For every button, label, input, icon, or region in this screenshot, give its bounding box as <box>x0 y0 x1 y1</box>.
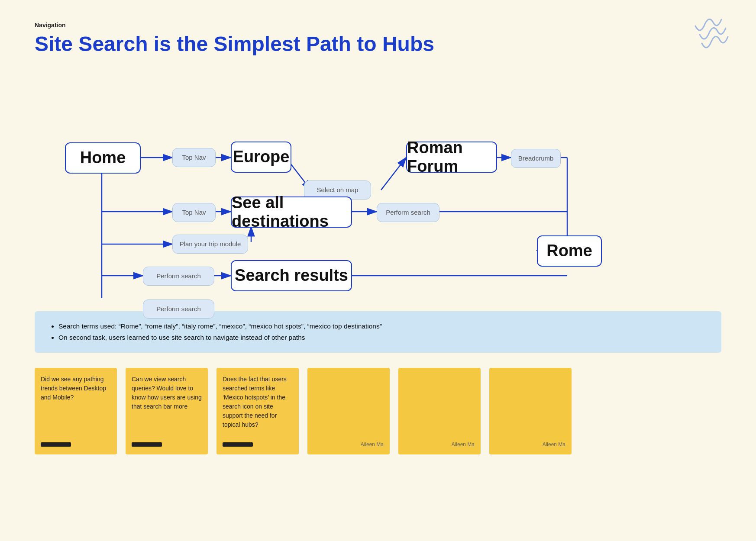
home-node: Home <box>65 142 141 174</box>
perform-search-3-node: Perform search <box>143 299 214 319</box>
see-all-node: See all destinations <box>231 196 352 228</box>
page-title: Site Search is the Simplest Path to Hubs <box>35 33 721 56</box>
sticky-note-3: Aileen Ma <box>307 368 390 454</box>
sticky-note-4: Aileen Ma <box>398 368 481 454</box>
sticky-note-1: Can we view search queries? Would love t… <box>126 368 208 454</box>
perform-search-1-node: Perform search <box>377 203 439 222</box>
search-results-node: Search results <box>231 260 352 291</box>
plan-trip-node: Plan your trip module <box>172 235 248 254</box>
europe-node: Europe <box>231 142 291 173</box>
top-nav-2-node: Top Nav <box>172 203 216 222</box>
nav-label: Navigation <box>35 22 721 29</box>
perform-search-2-node: Perform search <box>143 267 214 286</box>
info-bullet-1: Search terms used: “Rome”, “rome italy”,… <box>58 321 708 332</box>
breadcrumb-node: Breadcrumb <box>511 149 561 168</box>
sticky-note-5: Aileen Ma <box>489 368 572 454</box>
info-box: Search terms used: “Rome”, “rome italy”,… <box>35 311 721 353</box>
sticky-note-bar-1 <box>132 442 162 447</box>
rome-node: Rome <box>537 235 602 267</box>
sticky-note-2: Does the fact that users searched terms … <box>216 368 299 454</box>
decorative-squiggle <box>661 13 730 65</box>
flow-diagram: Home Top Nav Europe Select on map Roman … <box>35 73 721 298</box>
roman-forum-node: Roman Forum <box>406 142 497 173</box>
info-bullet-2: On second task, users learned to use sit… <box>58 332 708 343</box>
sticky-note-bar-0 <box>41 442 71 447</box>
sticky-note-bar-2 <box>223 442 253 447</box>
sticky-notes-row: Did we see any pathing trends between De… <box>35 368 721 454</box>
sticky-note-0: Did we see any pathing trends between De… <box>35 368 117 454</box>
svg-line-4 <box>381 158 406 190</box>
top-nav-1-node: Top Nav <box>172 148 216 167</box>
diagram-arrows <box>35 73 721 298</box>
